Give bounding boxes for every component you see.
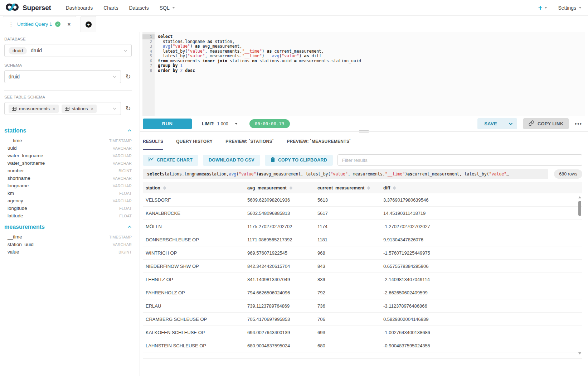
results-tab[interactable]: PREVIEW: `MEASUREMENTS` (287, 135, 351, 150)
copy-link-button[interactable]: COPY LINK (523, 118, 569, 129)
database-select[interactable]: druid druid (4, 44, 132, 57)
sql-token: "__time" (242, 53, 262, 58)
sort-icon (367, 186, 370, 190)
sql-token: , measurements. (205, 53, 242, 58)
chevron-up-icon[interactable] (127, 129, 132, 132)
sql-token: ) (190, 44, 195, 49)
table-cell: 1174 (315, 224, 380, 229)
sql-token: desc (185, 68, 195, 73)
column-name: water_shortname (8, 160, 45, 166)
line-number: 4 (142, 49, 155, 54)
table-cell: 5613 (315, 197, 380, 203)
refresh-tables-icon[interactable]: ↻ (125, 105, 132, 112)
nav-item-charts[interactable]: Charts (103, 5, 118, 11)
remove-chip-icon[interactable]: × (91, 106, 93, 111)
column-type: VARCHAR (113, 154, 132, 158)
scrollbar-thumb[interactable] (578, 201, 581, 216)
column-name: km (8, 191, 14, 196)
more-actions-button[interactable]: ••• (575, 121, 582, 127)
table-cell: 842.3424420615704 (244, 264, 315, 269)
pane-resize-grip[interactable] (359, 130, 369, 133)
new-query-tab-button[interactable]: + (81, 16, 96, 32)
column-header-current_measurement[interactable]: current_measurement (315, 185, 380, 191)
drag-grip-icon[interactable]: ⋮ (9, 21, 14, 27)
scroll-down-icon[interactable] (578, 352, 581, 355)
sql-code-editor[interactable]: 12345678 select stations.longname as sta… (142, 32, 585, 116)
refresh-schemas-icon[interactable]: ↻ (125, 73, 132, 80)
sql-token: … (506, 172, 509, 177)
save-button[interactable]: SAVE (477, 118, 504, 129)
table-chip-stations[interactable]: stations× (62, 105, 97, 113)
sql-token: as (304, 53, 309, 58)
column-header-avg_measurement[interactable]: avg_measurement (244, 185, 315, 191)
line-number: 3 (142, 44, 155, 49)
top-navbar: Superset DashboardsChartsDatasetsSQL + S… (0, 0, 588, 16)
table-chip-label: stations (72, 106, 88, 111)
sql-token: stations.longname (158, 39, 207, 44)
results-scrollbar[interactable] (578, 193, 582, 357)
create-chart-button[interactable]: CREATE CHART (143, 155, 198, 166)
nav-item-datasets[interactable]: Datasets (129, 5, 149, 11)
column-name: shortname (8, 175, 30, 181)
sql-token: stations (227, 58, 252, 63)
run-toolbar: RUN LIMIT: 1 000 00:00:00.73 SAVE (140, 116, 588, 132)
table-cell: 9.91304347826076 (380, 237, 582, 242)
superset-brand[interactable]: Superset (5, 3, 51, 13)
column-header-diff[interactable]: diff (380, 185, 582, 191)
table-row: LAHNSTEIN SCHLEUSE OP680.900483759502468… (143, 339, 582, 352)
sql-token: current_measurement, latest_by( (412, 172, 489, 177)
plus-icon: + (538, 4, 543, 11)
table-cell: -0.9004837595024355 (380, 343, 582, 348)
column-name: uuid (8, 145, 17, 151)
schema-select[interactable]: druid (4, 70, 121, 83)
sidebar-divider (4, 90, 132, 91)
tab-untitled-query[interactable]: ⋮ Untitled Query 1 ✓ × (3, 16, 76, 32)
brand-name: Superset (23, 4, 51, 12)
column-type: VARCHAR (113, 242, 132, 247)
table-row: KALKOFEN SCHLEUSE OP694.0027643400139693… (143, 326, 582, 339)
sql-token: ) (262, 53, 267, 58)
sql-token: = (294, 58, 297, 63)
remove-chip-icon[interactable]: × (53, 106, 55, 111)
save-options-button[interactable] (504, 118, 517, 129)
results-tab[interactable]: QUERY HISTORY (176, 135, 213, 150)
chevron-down-icon (172, 7, 175, 9)
column-item: station_uuidVARCHAR (4, 241, 132, 248)
table-chip-measurements[interactable]: measurements× (9, 105, 59, 113)
results-tabs: RESULTSQUERY HISTORYPREVIEW: `STATIONS`P… (143, 135, 582, 150)
line-number: 5 (142, 54, 155, 59)
table-row: WINTRICH OP969.576071922545968-1.5760719… (143, 246, 582, 260)
settings-menu-button[interactable]: Settings (558, 5, 582, 11)
sql-token: "value" (188, 53, 205, 58)
results-tab[interactable]: RESULTS (143, 135, 163, 150)
filter-results-input[interactable] (337, 154, 582, 166)
sql-token: current_measurement, (272, 49, 324, 54)
sql-token: select (147, 172, 162, 177)
column-header-station[interactable]: station (143, 185, 244, 191)
table-schema-select[interactable]: measurements×stations× (4, 102, 121, 115)
limit-dropdown[interactable]: LIMIT: 1 000 (202, 121, 238, 126)
table-cell: NIEDERFINOW SHW OP (143, 264, 244, 269)
nav-item-sql[interactable]: SQL (160, 5, 175, 11)
limit-label: LIMIT: (202, 121, 214, 126)
sql-token: "__time" (385, 172, 405, 177)
header-label: current_measurement (317, 185, 364, 191)
sort-down-icon (163, 188, 166, 190)
nav-item-dashboards[interactable]: Dashboards (66, 5, 93, 11)
sort-up-icon (290, 186, 292, 188)
close-tab-icon[interactable]: × (68, 21, 71, 27)
table-cell: KANALBRÜCKE (143, 211, 244, 216)
results-tab[interactable]: PREVIEW: `STATIONS` (225, 135, 274, 150)
code-line: avg("value") as avg_measurement, (158, 44, 585, 49)
scroll-up-icon[interactable] (578, 196, 581, 198)
chevron-up-icon[interactable] (127, 226, 132, 228)
run-button[interactable]: RUN (143, 119, 192, 129)
column-name: __time (8, 234, 22, 240)
copy-clipboard-button[interactable]: COPY TO CLIPBOARD (265, 155, 333, 166)
new-menu-button[interactable]: + (538, 4, 548, 11)
editor-code-area[interactable]: select stations.longname as station, avg… (155, 32, 585, 116)
limit-value: 1 000 (217, 121, 228, 126)
sort-up-icon (393, 186, 396, 188)
header-label: diff (383, 185, 390, 191)
download-csv-button[interactable]: DOWNLOAD TO CSV (203, 155, 260, 166)
